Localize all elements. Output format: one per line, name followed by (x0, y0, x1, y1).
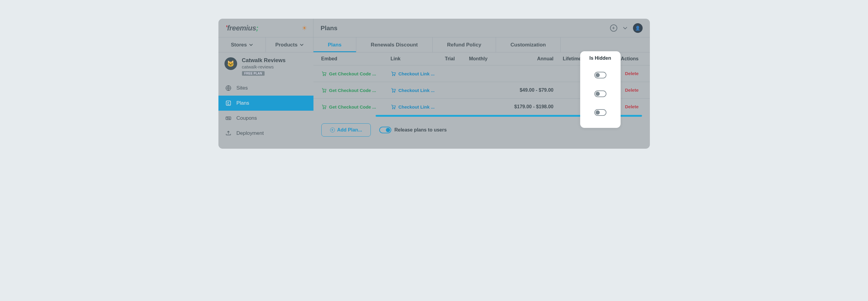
get-checkout-code-link[interactable]: Get Checkout Code ... (321, 88, 391, 93)
checkout-link[interactable]: Checkout Link ... (391, 104, 445, 109)
column-is-hidden-highlighted: Is Hidden (580, 51, 621, 61)
cart-icon (321, 71, 327, 76)
checklist-icon (225, 100, 232, 106)
svg-point-9 (323, 92, 323, 92)
svg-point-12 (394, 92, 395, 92)
svg-point-16 (394, 108, 395, 109)
product-slug: catwalk-reviews (242, 64, 286, 69)
is-hidden-toggle-row-2[interactable] (594, 91, 607, 97)
plan-badge: FREE PLAN (242, 71, 265, 76)
svg-point-6 (324, 75, 325, 76)
is-hidden-toggle-row-1[interactable] (594, 72, 607, 78)
svg-point-11 (392, 92, 393, 92)
get-checkout-code-link[interactable]: Get Checkout Code ... (321, 104, 391, 109)
delete-button[interactable]: Delete (625, 71, 639, 76)
cart-icon (391, 104, 396, 109)
globe-icon (225, 85, 232, 91)
percent-icon (225, 115, 232, 122)
column-monthly: Monthly (469, 56, 512, 62)
checkout-link[interactable]: Checkout Link ... (391, 88, 445, 93)
delete-button[interactable]: Delete (625, 104, 639, 109)
svg-point-14 (324, 108, 325, 109)
sidebar-item-sites[interactable]: Sites (218, 80, 313, 96)
sidebar-item-plans[interactable]: Plans (218, 96, 313, 111)
tab-plans[interactable]: Plans (313, 37, 356, 52)
header-dropdown[interactable] (623, 27, 627, 30)
add-plan-button[interactable]: +Add Plan... (321, 123, 371, 137)
svg-point-15 (392, 108, 393, 109)
upload-icon (225, 130, 232, 137)
svg-point-3 (227, 117, 227, 118)
column-annual: Annual (512, 56, 554, 62)
user-avatar[interactable]: 👤 (633, 23, 643, 33)
column-lifetime: Lifetime (554, 56, 581, 62)
theme-toggle-icon[interactable]: ☀ (302, 25, 307, 32)
svg-point-13 (323, 108, 323, 109)
add-icon[interactable]: + (610, 25, 617, 32)
release-plans-label: Release plans to users (394, 127, 446, 133)
tab-customization[interactable]: Customization (496, 37, 561, 52)
cart-icon (391, 88, 396, 93)
svg-point-7 (392, 75, 393, 76)
column-embed: Embed (321, 56, 391, 62)
products-dropdown[interactable]: Products (266, 37, 313, 52)
release-plans-toggle[interactable] (379, 127, 391, 133)
page-title: Plans (313, 25, 610, 32)
stores-dropdown[interactable]: Stores (218, 37, 266, 52)
svg-point-5 (323, 75, 323, 76)
sidebar-item-coupons[interactable]: Coupons (218, 111, 313, 126)
checkout-link[interactable]: Checkout Link ... (391, 71, 445, 76)
product-avatar: 🐱 (224, 57, 237, 70)
plus-icon: + (330, 128, 335, 132)
svg-point-4 (229, 119, 229, 119)
get-checkout-code-link[interactable]: Get Checkout Code ... (321, 71, 391, 76)
svg-point-10 (324, 92, 325, 92)
cart-icon (321, 88, 327, 93)
tab-renewals-discount[interactable]: Renewals Discount (356, 37, 433, 52)
tab-refund-policy[interactable]: Refund Policy (433, 37, 496, 52)
delete-button[interactable]: Delete (625, 88, 639, 93)
cart-icon (391, 71, 396, 76)
column-trial: Trial (445, 56, 469, 62)
is-hidden-toggle-row-3[interactable] (594, 109, 607, 116)
svg-rect-1 (226, 101, 230, 106)
column-link: Link (391, 56, 445, 62)
svg-point-8 (394, 75, 395, 76)
cart-icon (321, 104, 327, 109)
sidebar-item-deployment[interactable]: Deployment (218, 126, 313, 141)
brand-logo: 'freemius; (226, 24, 258, 32)
product-name: Catwalk Reviews (242, 57, 286, 64)
